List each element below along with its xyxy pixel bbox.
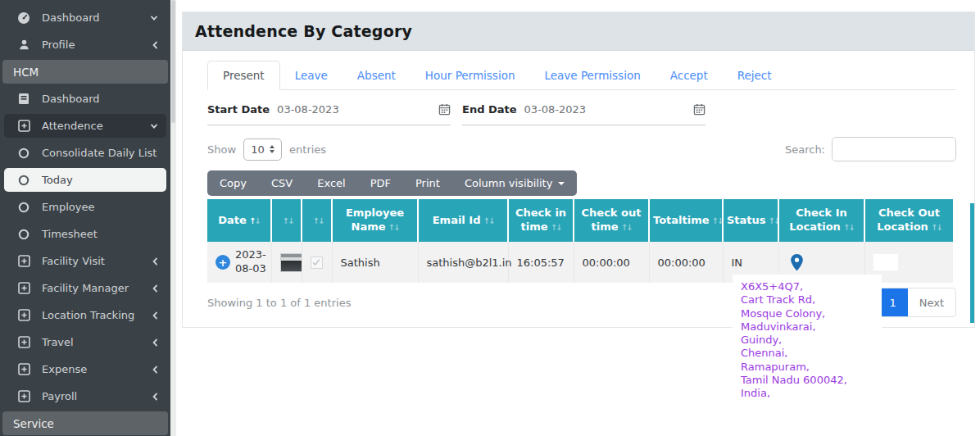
attendance-card: Attendence By Category Present Leave Abs… <box>182 11 975 328</box>
copy-button[interactable]: Copy <box>207 170 259 196</box>
column-header-check-out-location[interactable]: Check Out Location↑↓ <box>864 199 953 242</box>
sidebar-item-payroll[interactable]: Payroll <box>4 384 166 408</box>
search-label: Search: <box>785 143 825 156</box>
chevron-left-icon <box>152 41 158 49</box>
sort-icon: ↑↓ <box>388 223 399 232</box>
date-value: 2023-08-03 <box>235 248 266 276</box>
plus-square-icon <box>16 309 31 321</box>
photo-cell <box>271 242 302 283</box>
sidebar-item-location-tracking[interactable]: Location Tracking <box>4 303 166 327</box>
tab-leave-permission[interactable]: Leave Permission <box>529 61 655 89</box>
radio-circle-icon <box>16 148 31 159</box>
sidebar-item-facility-visit[interactable]: Facility Visit <box>4 249 166 273</box>
tab-reject[interactable]: Reject <box>723 61 787 89</box>
chevron-down-icon <box>150 14 158 22</box>
start-date-field[interactable]: Start Date 03-08-2023 <box>207 103 451 125</box>
tooltip-line: Cart Track Rd, <box>741 293 873 307</box>
sort-icon: ↑↓ <box>712 216 723 225</box>
sidebar-item-expense[interactable]: Expense <box>4 357 166 381</box>
person-icon <box>16 39 31 51</box>
export-toolbar: Copy CSV Excel PDF Print Column visibili… <box>207 170 577 196</box>
chevron-left-icon <box>152 257 158 266</box>
tooltip-line: India, <box>741 387 873 400</box>
employee-photo-thumbnail[interactable] <box>280 253 305 272</box>
page-title: Attendence By Category <box>195 22 412 40</box>
next-page-button[interactable]: Next <box>908 288 955 316</box>
check-in-time-cell: 16:05:57 <box>508 242 574 283</box>
csv-button[interactable]: CSV <box>259 170 305 196</box>
sidebar-scrollbar[interactable] <box>170 0 176 436</box>
map-pin-icon[interactable] <box>787 254 856 271</box>
date-cell: + 2023-08-03 <box>207 242 271 283</box>
page-size-select[interactable]: 10 <box>243 139 282 161</box>
sort-icon: ↑↓ <box>931 223 941 232</box>
sidebar-section-label: HCM <box>13 66 39 79</box>
flag-cell <box>302 242 332 283</box>
caret-down-icon <box>558 182 565 185</box>
print-button[interactable]: Print <box>403 170 452 196</box>
tab-absent[interactable]: Absent <box>343 61 411 89</box>
speedometer-icon <box>16 11 31 25</box>
blank-image-placeholder <box>873 254 898 270</box>
pdf-button[interactable]: PDF <box>358 170 403 196</box>
chevron-left-icon <box>152 393 158 401</box>
check-out-time-cell: 00:00:00 <box>574 242 649 283</box>
column-visibility-button[interactable]: Column visibility <box>452 170 578 196</box>
column-header-totaltime[interactable]: Totaltime↑↓ <box>649 199 723 242</box>
tab-hour-permission[interactable]: Hour Permission <box>411 61 530 89</box>
totaltime-cell: 00:00:00 <box>649 242 723 283</box>
sort-icon: ↑↓ <box>769 216 779 225</box>
checkmark-image-icon[interactable] <box>311 257 323 269</box>
tab-present[interactable]: Present <box>207 61 280 90</box>
column-header-flag[interactable]: ↑↓ <box>302 199 332 242</box>
sidebar-item-label: Consolidate Daily List <box>42 147 158 159</box>
sidebar-item-dashboard[interactable]: Dashboard <box>4 6 166 30</box>
plus-square-icon <box>16 255 31 267</box>
column-header-employee-name[interactable]: Employee Name↑↓ <box>332 199 418 242</box>
column-header-date[interactable]: Date↑↓ <box>207 199 271 242</box>
date-filter-row: Start Date 03-08-2023 End Date 03-08-202… <box>207 103 956 125</box>
end-date-field[interactable]: End Date 03-08-2023 <box>462 103 706 125</box>
sidebar-item-label: Facility Visit <box>42 255 141 267</box>
sidebar-item-label: Timesheet <box>42 228 158 240</box>
search-input[interactable] <box>832 137 956 161</box>
tooltip-line: Guindy, <box>741 334 873 347</box>
start-date-label: Start Date <box>207 103 270 116</box>
sidebar-item-travel[interactable]: Travel <box>4 330 166 354</box>
table-overflow-column-sliver <box>970 203 974 323</box>
sidebar-item-today[interactable]: Today <box>4 168 166 192</box>
table-header-row: Date↑↓ ↑↓ ↑↓ Employee Name↑↓ Email Id↑↓ … <box>207 199 953 242</box>
column-header-check-in-time[interactable]: Check in time↑↓ <box>508 199 574 242</box>
sidebar-item-label: Travel <box>42 336 141 348</box>
show-entries-group: Show 10 entries <box>207 139 326 161</box>
column-header-check-out-time[interactable]: Check out time↑↓ <box>574 199 649 242</box>
sort-icon: ↑↓ <box>843 223 854 232</box>
calendar-icon[interactable] <box>693 103 706 116</box>
chevron-down-icon <box>150 122 158 130</box>
column-header-status[interactable]: Status↑↓ <box>723 199 778 242</box>
search-group: Search: <box>785 137 956 161</box>
expand-row-button[interactable]: + <box>216 255 230 270</box>
tab-leave[interactable]: Leave <box>280 61 343 89</box>
start-date-value: 03-08-2023 <box>277 103 431 116</box>
sidebar-item-hcm-dashboard[interactable]: Dashboard <box>4 87 166 111</box>
page-number-button[interactable]: 1 <box>878 288 908 316</box>
tooltip-line: Ramapuram, <box>741 361 873 374</box>
excel-button[interactable]: Excel <box>305 170 357 196</box>
sidebar-item-employee[interactable]: Employee <box>4 195 166 219</box>
sort-icon: ↑↓ <box>621 223 632 232</box>
sidebar-item-consolidate-daily-list[interactable]: Consolidate Daily List <box>4 141 166 165</box>
column-header-check-in-location[interactable]: Check In Location↑↓ <box>778 199 864 242</box>
calendar-icon[interactable] <box>438 103 451 116</box>
sidebar-item-profile[interactable]: Profile <box>4 33 166 57</box>
plus-square-icon <box>16 390 31 402</box>
plus-square-icon <box>16 336 31 348</box>
sidebar-item-attendence[interactable]: Attendence <box>4 114 166 138</box>
table-controls-row: Show 10 entries Search: <box>207 137 956 161</box>
sidebar-item-label: Profile <box>42 39 141 51</box>
column-header-email-id[interactable]: Email Id↑↓ <box>418 199 508 242</box>
column-header-photo[interactable]: ↑↓ <box>271 199 302 242</box>
sidebar-item-facility-manager[interactable]: Facility Manager <box>4 276 166 300</box>
tab-accept[interactable]: Accept <box>656 61 723 89</box>
sidebar-item-timesheet[interactable]: Timesheet <box>4 222 166 246</box>
